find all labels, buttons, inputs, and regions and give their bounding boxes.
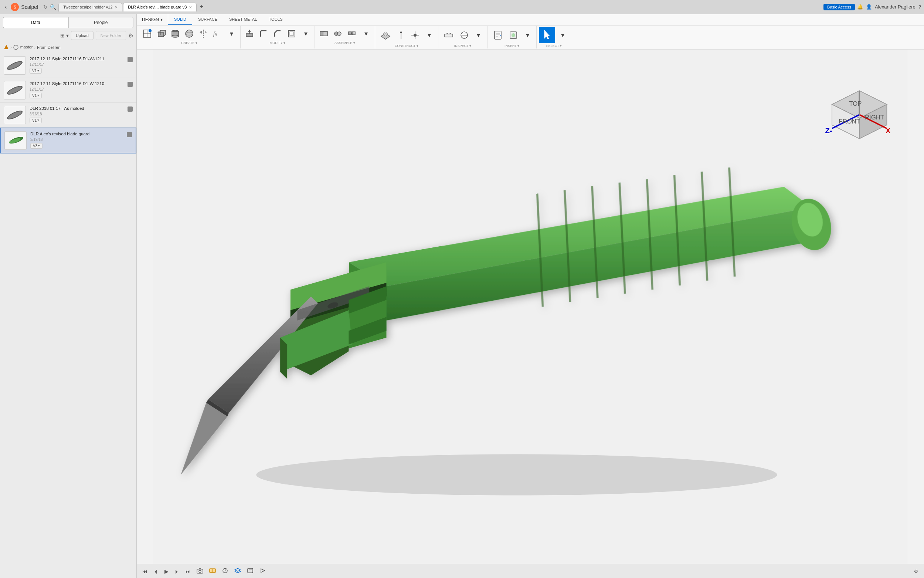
tool-group-insert: ▾ INSERT ▾ xyxy=(487,26,537,49)
file-version-2[interactable]: V1 ▾ xyxy=(29,93,42,98)
breadcrumb-home-icon xyxy=(4,44,9,50)
upload-button[interactable]: Upload xyxy=(71,31,94,40)
tab-tweezer-close[interactable]: × xyxy=(115,5,118,10)
search-button[interactable]: 🔍 xyxy=(50,4,56,10)
coord-cube[interactable]: Z- X TOP FRONT RIGHT xyxy=(811,70,894,153)
tab-solid[interactable]: SOLID xyxy=(168,14,192,25)
inspect-more-button[interactable]: ▾ xyxy=(472,28,485,42)
measure-button[interactable] xyxy=(440,27,457,43)
camera-button[interactable] xyxy=(195,567,205,576)
view-controls: ⊞ ▾ xyxy=(60,32,69,39)
playback-end-button[interactable]: ⏭ xyxy=(184,567,193,575)
file-item-2[interactable]: 2017 12 11 Style 20171116 D1-W 1210 12/1… xyxy=(0,78,136,103)
tab-sheet-metal[interactable]: SHEET METAL xyxy=(223,14,263,25)
chamfer-button[interactable] xyxy=(271,27,284,40)
new-folder-button[interactable]: New Folder xyxy=(96,31,126,40)
svg-point-20 xyxy=(172,35,178,37)
file-name-3: DLR 2018 01 17 - As molded xyxy=(29,106,124,111)
assemble-more-button[interactable]: ▾ xyxy=(359,27,372,40)
cylinder-button[interactable] xyxy=(168,27,182,40)
view-dropdown-button[interactable]: ▾ xyxy=(66,32,69,39)
help-icon[interactable]: ? xyxy=(918,4,921,10)
tab-tools[interactable]: TOOLS xyxy=(263,14,288,25)
new-tab-button[interactable]: + xyxy=(197,2,206,11)
simulation-button[interactable] xyxy=(257,567,268,576)
viewport-settings-button[interactable]: ⚙ xyxy=(912,567,920,575)
construct-axis-button[interactable] xyxy=(394,28,408,42)
sidebar-tab-people[interactable]: People xyxy=(68,17,134,28)
nav-back-button[interactable]: ‹ xyxy=(3,3,8,11)
svg-text:+: + xyxy=(149,29,151,32)
annotation-button[interactable] xyxy=(245,567,256,576)
svg-rect-98 xyxy=(248,568,253,573)
timeline-button[interactable] xyxy=(207,567,218,576)
design-dropdown[interactable]: DESIGN ▾ xyxy=(137,14,168,25)
construct-point-button[interactable] xyxy=(408,28,422,42)
file-version-1[interactable]: V1 ▾ xyxy=(29,68,42,74)
push-pull-button[interactable] xyxy=(243,27,256,40)
playback-prev-button[interactable]: ⏴ xyxy=(152,567,160,575)
inspect-label: INSPECT ▾ xyxy=(454,44,471,48)
basic-access-badge[interactable]: Basic Access xyxy=(824,4,855,10)
sidebar-settings-button[interactable]: ⚙ xyxy=(128,32,133,39)
file-info-2: 2017 12 11 Style 20171116 D1-W 1210 12/1… xyxy=(29,81,124,98)
select-button[interactable] xyxy=(539,27,555,43)
mirror-button[interactable] xyxy=(197,27,210,40)
file-item-3[interactable]: DLR 2018 01 17 - As molded 3/16/18 V1 ▾ xyxy=(0,103,136,128)
notification-icon[interactable]: 🔔 xyxy=(857,4,863,10)
shell-button[interactable] xyxy=(285,27,298,40)
select-more-button[interactable]: ▾ xyxy=(556,28,569,42)
rigid-group-button[interactable] xyxy=(345,27,359,40)
decal-button[interactable] xyxy=(507,28,520,42)
cad-viewport[interactable]: Z- X TOP FRONT RIGHT xyxy=(137,50,924,564)
tool-group-construct: ▾ CONSTRUCT ▾ xyxy=(375,26,439,49)
browser-actions: 🔔 👤 Alexander Pagliere ? xyxy=(857,4,921,10)
tool-group-create: + fx xyxy=(138,26,241,49)
new-sketch-button[interactable]: + xyxy=(141,27,154,40)
design-arrow: ▾ xyxy=(160,17,163,22)
refresh-button[interactable]: ↻ xyxy=(43,4,48,10)
section-button[interactable] xyxy=(458,28,471,42)
construct-more-button[interactable]: ▾ xyxy=(422,28,436,42)
tab-dlr[interactable]: DLR Alex's revi... blade guard v3 × xyxy=(123,3,197,11)
svg-point-21 xyxy=(186,30,193,37)
svg-point-89 xyxy=(199,570,201,572)
playback-play-button[interactable]: ▶ xyxy=(163,567,170,575)
insert-more-button[interactable]: ▾ xyxy=(521,28,534,42)
file-info-3: DLR 2018 01 17 - As molded 3/16/18 V1 ▾ xyxy=(29,106,124,123)
create-label: CREATE ▾ xyxy=(181,41,197,45)
svg-point-43 xyxy=(414,34,416,37)
svg-rect-31 xyxy=(290,32,293,36)
version-arrow-2: ▾ xyxy=(37,94,39,97)
file-info-4: DLR Alex's revised blade guard 3/19/18 V… xyxy=(30,131,123,149)
file-version-3[interactable]: V1 ▾ xyxy=(29,118,42,123)
box-button[interactable] xyxy=(154,27,168,40)
file-list: 2017 12 11 Style 20171116 D1-W-1211 12/1… xyxy=(0,52,136,578)
tab-dlr-close[interactable]: × xyxy=(189,5,192,10)
tab-tweezer[interactable]: Tweezer scalpel holder v12 × xyxy=(58,3,122,11)
sidebar-tab-data[interactable]: Data xyxy=(3,17,68,28)
file-version-4[interactable]: V3 ▾ xyxy=(30,143,42,149)
new-component-button[interactable] xyxy=(317,27,330,40)
user-avatar[interactable]: 👤 xyxy=(866,4,872,10)
playback-start-button[interactable]: ⏮ xyxy=(141,567,149,575)
svg-point-7 xyxy=(7,110,22,120)
breadcrumb-from-deliren[interactable]: From Deliren xyxy=(37,45,61,50)
assemble-icons: ▾ xyxy=(317,27,372,40)
layer-button[interactable] xyxy=(233,567,243,576)
playback-next-button[interactable]: ⏵ xyxy=(173,567,181,575)
breadcrumb-master[interactable]: master xyxy=(13,45,33,50)
tab-surface[interactable]: SURFACE xyxy=(192,14,223,25)
insert-button[interactable] xyxy=(490,27,506,43)
grid-view-button[interactable]: ⊞ xyxy=(60,32,65,39)
fillet-button[interactable] xyxy=(257,27,270,40)
file-item-4[interactable]: DLR Alex's revised blade guard 3/19/18 V… xyxy=(0,128,136,153)
file-item-1[interactable]: 2017 12 11 Style 20171116 D1-W-1211 12/1… xyxy=(0,53,136,78)
sphere-button[interactable] xyxy=(183,27,196,40)
joint-button[interactable] xyxy=(331,27,345,40)
fx-button[interactable]: fx xyxy=(211,27,224,40)
construct-plane-button[interactable] xyxy=(377,27,393,43)
model-history-button[interactable] xyxy=(220,567,230,576)
modify-more-button[interactable]: ▾ xyxy=(299,27,312,40)
create-more-button[interactable]: ▾ xyxy=(225,27,238,40)
